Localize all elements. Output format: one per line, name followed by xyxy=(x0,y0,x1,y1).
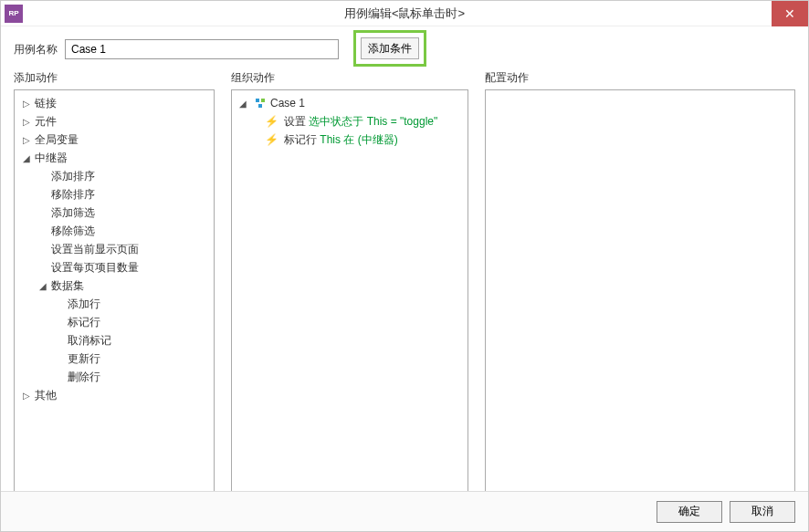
tree-item-remove-sort[interactable]: 移除排序 xyxy=(16,185,212,203)
action-prefix: 标记行 xyxy=(284,133,317,146)
chevron-right-icon: ▷ xyxy=(20,99,33,109)
tree-item-set-items-per-page[interactable]: 设置每页项目数量 xyxy=(16,258,212,276)
tree-label: 移除筛选 xyxy=(49,224,95,239)
svg-rect-0 xyxy=(256,99,259,102)
organize-actions-header: 组织动作 xyxy=(231,70,468,86)
add-condition-highlight: 添加条件 xyxy=(353,30,426,67)
add-actions-header: 添加动作 xyxy=(14,70,215,86)
action-green: 选中状态于 This = "toggle" xyxy=(309,115,437,128)
tree-label: 数据集 xyxy=(49,278,84,294)
tree-item-dataset[interactable]: ◢ 数据集 xyxy=(16,276,212,295)
bolt-icon: ⚡ xyxy=(265,133,278,146)
chevron-right-icon: ▷ xyxy=(20,135,33,145)
configure-actions-header: 配置动作 xyxy=(485,70,795,86)
case-name-input[interactable] xyxy=(65,39,339,59)
tree-item-links[interactable]: ▷ 链接 xyxy=(16,94,212,112)
tree-item-delete-row[interactable]: 删除行 xyxy=(16,368,212,386)
action-prefix: 设置 xyxy=(284,115,306,128)
configure-actions-column: 配置动作 xyxy=(485,70,795,495)
organize-actions-column: 组织动作 ◢ Case 1 ⚡ 设置 选中状态于 This = "toggle" xyxy=(231,70,468,495)
tree-label: 设置当前显示页面 xyxy=(49,242,139,257)
close-icon: ✕ xyxy=(784,6,795,21)
tree-label: 链接 xyxy=(33,96,57,111)
tree-item-add-row[interactable]: 添加行 xyxy=(16,295,212,313)
title-bar: RP 用例编辑<鼠标单击时> ✕ xyxy=(1,1,808,26)
action-green: This 在 (中继器) xyxy=(320,133,397,146)
tree-item-set-current-page[interactable]: 设置当前显示页面 xyxy=(16,240,212,258)
tree-label: 其他 xyxy=(33,388,57,403)
action-text: 设置 选中状态于 This = "toggle" xyxy=(284,114,437,130)
tree-label: 设置每页项目数量 xyxy=(49,260,139,276)
tree-label: 全局变量 xyxy=(33,132,79,148)
tree-label: 添加排序 xyxy=(49,169,95,184)
tree-label: 添加筛选 xyxy=(49,205,95,221)
chevron-down-icon: ◢ xyxy=(239,99,250,109)
svg-rect-2 xyxy=(258,104,262,108)
columns-area: 添加动作 ▷ 链接 ▷ 元件 ▷ 全局变量 ◢ 中继器 添加排序 xyxy=(1,65,808,495)
configure-actions-body xyxy=(485,89,795,495)
add-actions-tree: ▷ 链接 ▷ 元件 ▷ 全局变量 ◢ 中继器 添加排序 移除排序 xyxy=(14,89,215,495)
tree-label: 标记行 xyxy=(66,315,100,330)
app-icon: RP xyxy=(5,5,23,23)
case-icon xyxy=(254,98,267,109)
name-row: 用例名称 添加条件 xyxy=(1,26,808,65)
tree-item-add-filter[interactable]: 添加筛选 xyxy=(16,203,212,222)
tree-label: 更新行 xyxy=(66,351,100,367)
chevron-right-icon: ▷ xyxy=(20,117,33,127)
add-condition-button[interactable]: 添加条件 xyxy=(361,37,419,59)
tree-label: 添加行 xyxy=(66,297,100,312)
window-title: 用例编辑<鼠标单击时> xyxy=(1,5,808,22)
app-icon-text: RP xyxy=(8,9,18,17)
tree-label: 取消标记 xyxy=(66,333,111,349)
tree-item-globals[interactable]: ▷ 全局变量 xyxy=(16,130,212,149)
tree-item-widgets[interactable]: ▷ 元件 xyxy=(16,112,212,130)
organize-actions-body: ◢ Case 1 ⚡ 设置 选中状态于 This = "toggle" xyxy=(231,89,468,495)
tree-label: 移除排序 xyxy=(49,187,95,203)
action-row-mark-row[interactable]: ⚡ 标记行 This 在 (中继器) xyxy=(234,130,466,149)
tree-label: 删除行 xyxy=(66,370,100,385)
bolt-icon: ⚡ xyxy=(265,115,278,128)
add-actions-column: 添加动作 ▷ 链接 ▷ 元件 ▷ 全局变量 ◢ 中继器 添加排序 xyxy=(14,70,215,495)
tree-item-repeater[interactable]: ◢ 中继器 xyxy=(16,149,212,167)
chevron-down-icon: ◢ xyxy=(37,281,49,291)
tree-item-other[interactable]: ▷ 其他 xyxy=(16,386,212,404)
tree-label: 中继器 xyxy=(33,151,68,166)
action-row-set-selected[interactable]: ⚡ 设置 选中状态于 This = "toggle" xyxy=(234,112,466,130)
chevron-down-icon: ◢ xyxy=(20,153,33,163)
case-name-label: Case 1 xyxy=(270,97,305,110)
tree-item-mark-row[interactable]: 标记行 xyxy=(16,313,212,331)
svg-rect-1 xyxy=(261,99,265,102)
case-row[interactable]: ◢ Case 1 xyxy=(234,94,466,112)
close-button[interactable]: ✕ xyxy=(772,1,808,26)
tree-item-remove-filter[interactable]: 移除筛选 xyxy=(16,222,212,240)
tree-item-update-row[interactable]: 更新行 xyxy=(16,349,212,368)
action-text: 标记行 This 在 (中继器) xyxy=(284,132,398,148)
chevron-right-icon: ▷ xyxy=(20,391,33,401)
case-name-label: 用例名称 xyxy=(14,42,58,57)
tree-item-unmark[interactable]: 取消标记 xyxy=(16,331,212,349)
ok-button[interactable]: 确定 xyxy=(657,501,722,523)
cancel-button[interactable]: 取消 xyxy=(730,501,795,523)
tree-label: 元件 xyxy=(33,114,57,130)
dialog-button-bar: 确定 取消 xyxy=(1,491,808,531)
tree-item-add-sort[interactable]: 添加排序 xyxy=(16,167,212,185)
